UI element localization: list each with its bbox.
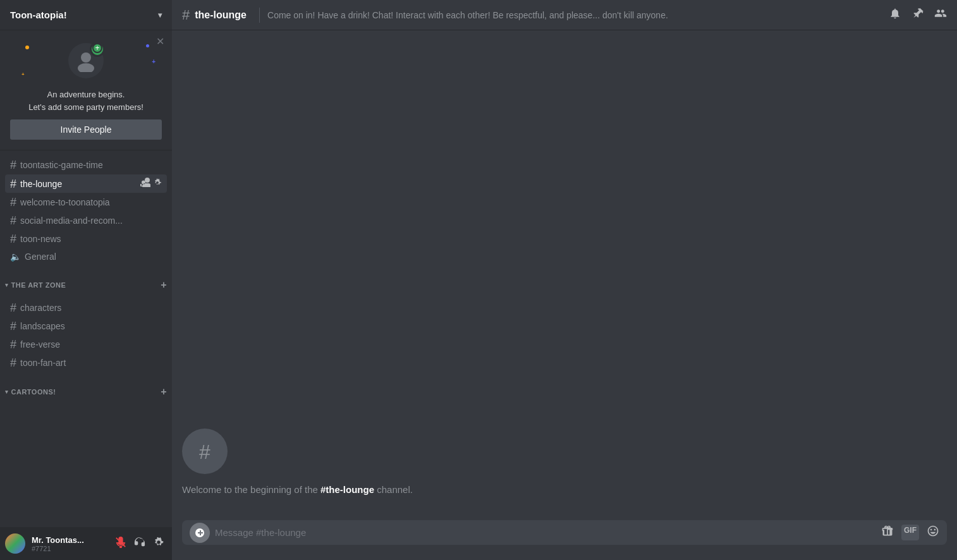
channel-item-general[interactable]: 🔈 General: [5, 248, 167, 265]
channel-item-welcome-to-toonatopia[interactable]: # welcome-to-toonatopia: [5, 193, 167, 211]
user-controls: [113, 534, 167, 553]
channel-name-header: the-lounge: [195, 9, 247, 21]
header-right-icons: [889, 7, 947, 23]
channel-item-toon-news[interactable]: # toon-news: [5, 230, 167, 248]
user-settings-button[interactable]: [150, 534, 167, 553]
channel-item-landscapes[interactable]: # landscapes: [5, 317, 167, 335]
channel-hash-icon: #: [182, 7, 190, 23]
member-list-icon[interactable]: [934, 7, 947, 23]
svg-point-1: [78, 63, 94, 72]
channel-item-toon-fan-art[interactable]: # toon-fan-art: [5, 354, 167, 372]
channel-actions: [140, 178, 162, 190]
sparkle-plus-yellow-icon: +: [21, 71, 25, 77]
invite-people-button[interactable]: Invite People: [10, 119, 162, 140]
category-the-art-zone[interactable]: ▾ THE ART ZONE +: [0, 276, 172, 293]
messages-area: # Welcome to the beginning of the #the-l…: [172, 30, 957, 520]
user-info: Mr. Toontas... #7721: [32, 535, 110, 552]
server-name: Toon-atopia!: [10, 9, 67, 20]
hash-icon: #: [10, 178, 16, 190]
hash-icon: #: [10, 233, 16, 245]
message-input-actions: GIF: [881, 525, 939, 540]
server-chevron-icon: ▾: [158, 11, 162, 20]
default-channel-section: # toontastic-game-time # the-lounge # we…: [0, 150, 172, 271]
avatar: +: [68, 43, 104, 78]
hash-icon: #: [10, 159, 16, 171]
avatar-svg: [75, 49, 97, 72]
hash-icon: #: [10, 357, 16, 368]
hash-icon: #: [10, 320, 16, 332]
user-bar: Mr. Toontas... #7721: [0, 527, 172, 560]
channel-header: # the-lounge Come on in! Have a drink! C…: [172, 0, 957, 30]
channel-item-free-verse[interactable]: # free-verse: [5, 336, 167, 353]
sidebar: Toon-atopia! ▾ ✕ + + +: [0, 0, 172, 560]
server-header[interactable]: Toon-atopia! ▾: [0, 0, 172, 30]
deafen-headset-button[interactable]: [131, 534, 148, 553]
hash-icon: #: [10, 215, 16, 226]
channel-item-social-media[interactable]: # social-media-and-recom...: [5, 212, 167, 229]
mute-microphone-button[interactable]: [113, 534, 129, 553]
channel-item-the-lounge[interactable]: # the-lounge: [5, 174, 167, 193]
notification-bell-icon[interactable]: [889, 7, 901, 23]
channel-item-characters[interactable]: # characters: [5, 299, 167, 317]
channel-name-bold: #the-lounge: [320, 484, 374, 495]
avatar-plus-icon: +: [92, 43, 102, 53]
emoji-picker-button[interactable]: [927, 525, 939, 540]
category-arrow-icon: ▾: [5, 282, 9, 288]
channel-description: Come on in! Have a drink! Chat! Interact…: [267, 10, 884, 20]
header-divider: [259, 8, 260, 23]
sparkle-blue: [146, 44, 149, 47]
hash-icon: #: [10, 197, 16, 208]
invite-text: An adventure begins. Let's add some part…: [10, 88, 162, 113]
attach-file-button[interactable]: [190, 523, 210, 543]
speaker-icon: 🔈: [10, 252, 21, 262]
settings-icon[interactable]: [153, 178, 162, 189]
svg-point-0: [81, 52, 91, 63]
user-avatar: [5, 533, 25, 554]
message-text-input[interactable]: [215, 520, 876, 545]
category-cartoons[interactable]: ▾ CARTOONS! +: [0, 382, 172, 400]
sparkle-yellow: [25, 46, 29, 49]
message-input-container: GIF: [182, 520, 947, 545]
category-arrow-icon: ▾: [5, 389, 9, 395]
sidebar-content: ✕ + + + An adventure begins. Let': [0, 30, 172, 527]
channel-welcome-message: Welcome to the beginning of the #the-lou…: [182, 484, 947, 495]
add-member-icon[interactable]: [140, 178, 150, 190]
svg-text:#: #: [199, 441, 210, 463]
channel-start-icon: #: [182, 429, 228, 474]
avatar-area: + + +: [10, 40, 162, 81]
main-content: # the-lounge Come on in! Have a drink! C…: [172, 0, 957, 560]
user-name: Mr. Toontas...: [32, 535, 110, 545]
category-add-cartoons-button[interactable]: +: [161, 386, 167, 398]
category-add-channel-button[interactable]: +: [161, 279, 167, 291]
hash-icon: #: [10, 302, 16, 313]
hash-icon: #: [10, 339, 16, 350]
art-zone-channels: # characters # landscapes # free-verse #…: [0, 293, 172, 377]
channel-start: # Welcome to the beginning of the #the-l…: [182, 429, 947, 495]
channel-item-toontastic-game-time[interactable]: # toontastic-game-time: [5, 156, 167, 174]
sparkle-plus-blue-icon: +: [152, 58, 155, 65]
user-tag: #7721: [32, 545, 110, 552]
invite-section: ✕ + + + An adventure begins. Let': [0, 30, 172, 150]
gif-button[interactable]: GIF: [901, 525, 919, 540]
pinned-messages-icon[interactable]: [911, 7, 924, 23]
message-input-bar: GIF: [172, 520, 957, 560]
gift-icon[interactable]: [881, 525, 894, 540]
